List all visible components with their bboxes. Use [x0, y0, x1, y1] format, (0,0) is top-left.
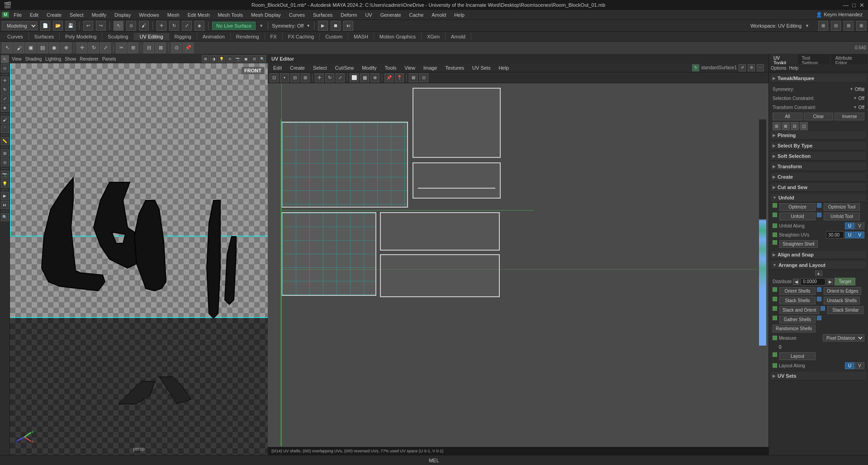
tab-curves[interactable]: Curves: [2, 33, 29, 40]
section-arrange-header[interactable]: Arrange and Layout: [771, 261, 866, 270]
tab-poly-modeling[interactable]: Poly Modeling: [60, 33, 102, 40]
target-btn[interactable]: Target: [835, 278, 855, 285]
tool-move[interactable]: ✛: [1, 76, 9, 85]
tool-camera[interactable]: 📷: [1, 171, 9, 179]
uv-tb-distort[interactable]: ⊕: [370, 73, 379, 82]
render-playback-btn[interactable]: ⏯: [343, 21, 353, 31]
uv-tb-tex[interactable]: ⬜: [350, 73, 359, 82]
btn-inverse[interactable]: Inverse: [835, 113, 864, 120]
select-btn[interactable]: ↖: [114, 21, 123, 31]
menu-create[interactable]: Create: [43, 11, 65, 19]
section-uv-sets-header[interactable]: UV Sets: [771, 372, 866, 380]
tab-surfaces[interactable]: Surfaces: [29, 33, 60, 40]
btn-clear[interactable]: Clear: [804, 113, 834, 120]
btn-unfold[interactable]: Unfold: [779, 213, 816, 220]
uv-tb-grid[interactable]: ⊠: [409, 73, 418, 82]
3d-viewport[interactable]: View Shading Lighting Show Renderer Pane…: [10, 54, 268, 455]
panel-tab-tool-settings[interactable]: Tool Settings: [797, 54, 831, 64]
uv-menu-uvsets[interactable]: UV Sets: [469, 64, 494, 71]
tab-sculpting[interactable]: Sculpting: [102, 33, 134, 40]
btn-layout[interactable]: Layout: [779, 352, 816, 360]
toolbar-face-sel[interactable]: ◉: [49, 43, 60, 53]
uv-settings-btn[interactable]: ⚙: [748, 64, 755, 71]
panel-tab-uv-toolkit[interactable]: UV Toolkit: [769, 54, 797, 64]
tool-lasso[interactable]: ⊙: [1, 64, 9, 72]
new-scene-btn[interactable]: 📄: [40, 21, 50, 31]
symmetry-icon-btn[interactable]: ⊞: [861, 87, 864, 92]
uv-menu-select[interactable]: Select: [309, 64, 331, 71]
btn-gather-shells[interactable]: Gather Shells: [779, 316, 816, 323]
uv-tb-uv[interactable]: •: [280, 73, 289, 82]
tab-uv-editing[interactable]: UV Editing: [134, 33, 169, 40]
grid-btn-4[interactable]: ◫: [800, 122, 808, 130]
undo-btn[interactable]: ↩: [83, 21, 93, 31]
menu-display[interactable]: Display: [111, 11, 134, 19]
toolbar-scale[interactable]: ⤢: [100, 43, 111, 53]
tool-render2[interactable]: ⏯: [1, 201, 9, 209]
vp-icon8[interactable]: 🔍: [259, 55, 266, 62]
uv-tb-sel[interactable]: ⊡: [270, 73, 279, 82]
sel-constraint-arrow[interactable]: ▼: [853, 96, 857, 100]
vp-icon2[interactable]: ◑: [210, 55, 217, 62]
toolbar-select[interactable]: ↖: [2, 43, 13, 53]
tab-rigging[interactable]: Rigging: [169, 33, 197, 40]
uv-menu-view[interactable]: View: [401, 64, 419, 71]
section-transform-header[interactable]: Transform: [771, 162, 866, 171]
vp-icon4[interactable]: ⊙: [226, 55, 233, 62]
measure-dropdown[interactable]: Pixel Distance: [823, 334, 864, 342]
universal-btn[interactable]: ◈: [194, 21, 204, 31]
layout-btn1[interactable]: ⊞: [818, 21, 828, 31]
render-btn[interactable]: ▶: [318, 21, 328, 31]
toolbar-cut[interactable]: ✂: [116, 43, 127, 53]
uv-canvas[interactable]: (0/14) UV shells, (0/0) overlapping UVs,…: [268, 83, 768, 455]
tab-arnold[interactable]: Arnold: [446, 33, 471, 40]
menu-cache[interactable]: Cache: [406, 11, 427, 19]
redo-btn[interactable]: ↪: [96, 21, 106, 31]
vp-icon1[interactable]: ⊞: [202, 55, 209, 62]
btn-stack-similar[interactable]: Stack Similar: [827, 306, 863, 314]
unfold-along-v[interactable]: V: [855, 223, 864, 229]
section-tweak-header[interactable]: Tweak/Marquee: [771, 74, 866, 83]
mode-dropdown[interactable]: Modeling: [2, 21, 38, 30]
tab-custom[interactable]: Custom: [320, 33, 348, 40]
uv-menu-image[interactable]: Image: [420, 64, 441, 71]
uv-more-btn[interactable]: ⋯: [757, 64, 764, 71]
layout-btn4[interactable]: ⊞: [856, 21, 866, 31]
toolbar-edge-sel[interactable]: ▤: [37, 43, 48, 53]
panel-tab-attribute-editor[interactable]: Attribute Editor: [831, 54, 868, 64]
toolbar-move[interactable]: ✛: [76, 43, 87, 53]
btn-stack-shells[interactable]: Stack Shells: [779, 297, 816, 304]
tool-snap[interactable]: ◎: [1, 158, 9, 166]
btn-optimize[interactable]: Optimize: [779, 203, 816, 211]
paint-btn[interactable]: 🖌: [139, 21, 149, 31]
uv-tb-face[interactable]: ⊞: [301, 73, 310, 82]
tool-light[interactable]: 💡: [1, 180, 9, 188]
toolbar-rotate[interactable]: ↻: [88, 43, 99, 53]
transform-constraint-arrow[interactable]: ▼: [853, 105, 857, 109]
uv-menu-modify[interactable]: Modify: [358, 64, 380, 71]
rotate-btn[interactable]: ↻: [169, 21, 179, 31]
grid-btn-1[interactable]: ⊞: [773, 122, 781, 130]
distribute-input[interactable]: [801, 278, 825, 285]
lasso-btn[interactable]: ⊙: [126, 21, 136, 31]
btn-stack-and-orient[interactable]: Stack and Orient: [779, 306, 819, 314]
uv-menu-edit[interactable]: Edit: [270, 64, 285, 71]
tool-sculpt[interactable]: ⌒: [1, 125, 9, 133]
menu-edit-mesh[interactable]: Edit Mesh: [184, 11, 213, 19]
panel-menu-options[interactable]: Options: [771, 66, 786, 71]
scroll-up-btn[interactable]: ▲: [815, 270, 822, 276]
vp-menu-view[interactable]: View: [12, 57, 22, 62]
tool-paint[interactable]: 🖌: [1, 116, 9, 124]
layout-btn2[interactable]: ⊟: [831, 21, 841, 31]
open-btn[interactable]: 📂: [53, 21, 63, 31]
section-soft-sel-header[interactable]: Soft Selection: [771, 152, 866, 161]
tab-animation[interactable]: Animation: [197, 33, 231, 40]
tool-search[interactable]: 🔍: [1, 213, 9, 221]
menu-modify[interactable]: Modify: [88, 11, 110, 19]
uv-tb-unpin[interactable]: 📍: [395, 73, 404, 82]
uv-menu-textures[interactable]: Textures: [441, 64, 468, 71]
render-stop-btn[interactable]: ⏹: [331, 21, 341, 31]
btn-orient-to-edges[interactable]: Orient to Edges: [824, 287, 861, 295]
save-btn[interactable]: 💾: [66, 21, 76, 31]
section-align-snap-header[interactable]: Align and Snap: [771, 251, 866, 259]
